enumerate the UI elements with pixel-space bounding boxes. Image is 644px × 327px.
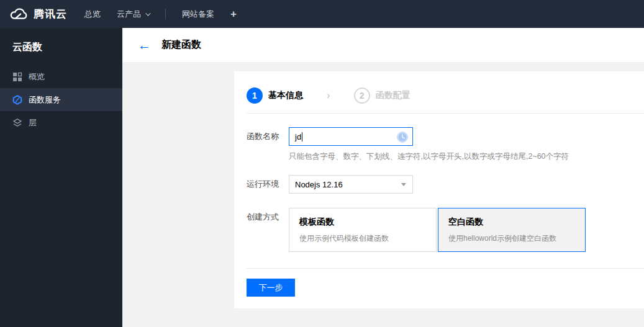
method-card-desc: 使用示例代码模板创建函数 (299, 233, 426, 244)
step-1-label: 基本信息 (268, 90, 303, 101)
sidebar-item-label: 函数服务 (29, 94, 61, 105)
tencent-cloud-logo[interactable]: 腾讯云 (0, 7, 67, 21)
sidebar-item-label: 层 (29, 117, 37, 128)
sidebar-item-label: 概览 (29, 71, 45, 83)
function-name-input[interactable]: jd (289, 127, 413, 146)
method-card-desc: 使用helloworld示例创建空白函数 (448, 233, 575, 244)
sidebar-item-layers[interactable]: 层 (0, 111, 122, 134)
nav-item-cloud-products[interactable]: 云产品 (117, 9, 149, 20)
creation-method-cards: 模板函数 使用示例代码模板创建函数 空白函数 使用helloworld示例创建空… (289, 208, 586, 252)
function-name-value: jd (295, 132, 301, 141)
creation-method-row: 创建方式 模板函数 使用示例代码模板创建函数 空白函数 使用helloworld… (247, 208, 632, 252)
back-arrow-icon[interactable]: ← (138, 38, 151, 52)
runtime-row: 运行环境 Nodejs 12.16 (247, 175, 632, 194)
method-card-blank-function[interactable]: 空白函数 使用helloworld示例创建空白函数 (438, 208, 586, 252)
runtime-label: 运行环境 (247, 175, 289, 194)
method-card-title: 模板函数 (299, 217, 426, 228)
wizard-steps: 1 基本信息 › 2 函数配置 (234, 71, 644, 113)
sidebar-item-function-service[interactable]: 函数服务 (0, 88, 122, 111)
layers-icon (12, 118, 22, 128)
function-name-hint: 只能包含字母、数字、下划线、连字符,以字母开头,以数字或字母结尾,2~60个字符 (289, 151, 632, 162)
add-tab-button[interactable]: + (230, 8, 237, 20)
runtime-selected-value: Nodejs 12.16 (295, 180, 343, 189)
next-step-button[interactable]: 下一步 (247, 279, 295, 297)
sidebar-item-overview[interactable]: 概览 (0, 65, 122, 88)
footer-divider (247, 268, 644, 269)
step-1-circle: 1 (247, 87, 263, 104)
function-name-label: 函数名称 (247, 127, 289, 146)
function-name-row: 函数名称 jd (247, 127, 632, 146)
chevron-down-icon (145, 11, 150, 16)
select-caret-icon (401, 183, 406, 186)
sidebar: 云函数 概览 (0, 28, 122, 327)
basic-info-form: 函数名称 jd (234, 114, 644, 252)
runtime-select[interactable]: Nodejs 12.16 (289, 175, 413, 194)
step-2-label: 函数配置 (376, 90, 410, 101)
creation-method-label: 创建方式 (247, 208, 289, 252)
grid-icon (12, 72, 22, 82)
method-card-title: 空白函数 (448, 217, 575, 228)
sidebar-menu: 概览 函数服务 层 (0, 65, 122, 134)
brand-name: 腾讯云 (34, 7, 67, 21)
top-nav-items: 总览 云产品 网站备案 + (84, 8, 237, 20)
page-header: ← 新建函数 (122, 28, 644, 62)
sidebar-product-title: 云函数 (0, 28, 122, 65)
text-cursor (302, 132, 302, 141)
cloud-logo-icon (9, 7, 29, 21)
nav-item-cloud-products-label: 云产品 (117, 9, 141, 20)
create-function-panel: 1 基本信息 › 2 函数配置 函数名称 jd (234, 71, 644, 308)
nav-item-icp-filing[interactable]: 网站备案 (182, 9, 214, 20)
step-2-circle: 2 (354, 87, 370, 104)
main-area: ← 新建函数 1 基本信息 › 2 函数配置 函数名称 (122, 28, 644, 327)
step-separator-icon: › (327, 89, 330, 102)
nav-item-overview[interactable]: 总览 (84, 9, 101, 20)
pending-clock-icon (396, 131, 409, 146)
navbar-divider (165, 9, 166, 19)
page-title: 新建函数 (161, 38, 201, 52)
method-card-template-function[interactable]: 模板函数 使用示例代码模板创建函数 (289, 208, 437, 252)
content-area: 1 基本信息 › 2 函数配置 函数名称 jd (122, 62, 644, 327)
top-navbar: 腾讯云 总览 云产品 网站备案 + (0, 0, 644, 28)
function-hexagon-icon (12, 95, 22, 105)
